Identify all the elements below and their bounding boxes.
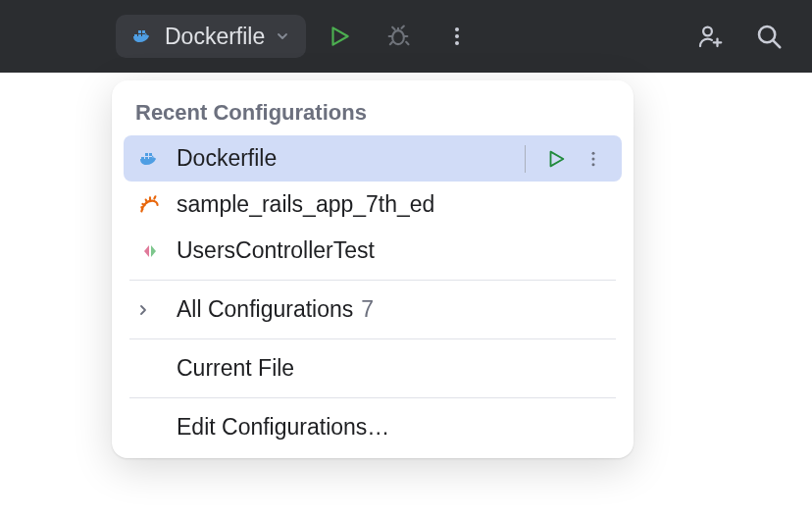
chevron-right-icon <box>135 295 165 325</box>
run-button[interactable] <box>314 11 365 62</box>
separator <box>525 145 526 173</box>
chevron-down-icon <box>275 28 290 44</box>
run-config-play-button[interactable] <box>539 142 573 176</box>
config-item-label: sample_rails_app_7th_ed <box>177 191 610 218</box>
edit-configurations-label: Edit Configurations… <box>177 414 610 441</box>
more-button[interactable] <box>431 11 482 62</box>
divider <box>129 280 616 281</box>
svg-point-3 <box>455 41 459 45</box>
run-config-more-button[interactable] <box>577 142 610 176</box>
run-config-label: Dockerfile <box>165 24 265 50</box>
svg-point-4 <box>703 27 712 36</box>
debug-button[interactable] <box>373 11 424 62</box>
all-configurations-item[interactable]: All Configurations7 <box>124 286 622 333</box>
search-button[interactable] <box>743 11 794 62</box>
svg-point-8 <box>592 163 595 166</box>
config-item-actions <box>525 142 610 176</box>
config-item-test[interactable]: UsersControllerTest <box>124 228 622 274</box>
current-file-item[interactable]: Current File <box>124 345 622 391</box>
run-config-dropdown: Recent Configurations Dockerfile sample_… <box>112 80 634 458</box>
toolbar-right-group <box>685 11 794 62</box>
divider <box>129 397 616 398</box>
docker-icon <box>131 25 155 48</box>
svg-point-2 <box>455 34 459 38</box>
svg-point-7 <box>592 157 595 160</box>
config-item-rails[interactable]: sample_rails_app_7th_ed <box>124 182 622 228</box>
top-toolbar: Dockerfile <box>0 0 812 73</box>
all-label-text: All Configurations <box>177 296 353 322</box>
dropdown-header: Recent Configurations <box>112 94 634 135</box>
rails-icon <box>135 190 165 220</box>
run-config-selector[interactable]: Dockerfile <box>116 15 306 58</box>
config-count: 7 <box>361 296 374 322</box>
docker-icon <box>135 144 165 174</box>
config-item-dockerfile[interactable]: Dockerfile <box>124 135 622 182</box>
divider <box>129 338 616 339</box>
svg-point-6 <box>592 151 595 154</box>
add-user-button[interactable] <box>685 11 736 62</box>
all-configurations-label: All Configurations7 <box>177 296 610 323</box>
edit-configurations-item[interactable]: Edit Configurations… <box>124 404 622 450</box>
toolbar-left-group: Dockerfile <box>116 11 482 62</box>
current-file-label: Current File <box>177 355 610 382</box>
config-item-label: UsersControllerTest <box>177 237 610 264</box>
svg-point-1 <box>455 27 459 31</box>
svg-point-0 <box>392 30 404 44</box>
test-icon <box>135 236 165 266</box>
config-item-label: Dockerfile <box>177 145 525 172</box>
